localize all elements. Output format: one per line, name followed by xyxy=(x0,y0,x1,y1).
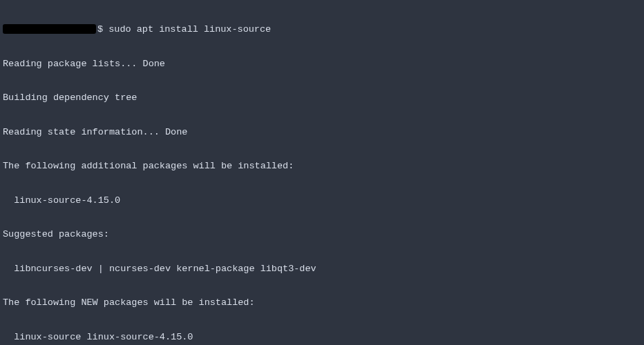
redacted-user-host xyxy=(3,24,96,34)
prompt-symbol: $ xyxy=(97,24,103,36)
command-text: sudo apt install linux-source xyxy=(108,24,271,36)
output-line: The following additional packages will b… xyxy=(3,161,641,172)
output-line: linux-source linux-source-4.15.0 xyxy=(3,332,641,344)
output-line: Reading state information... Done xyxy=(3,127,641,139)
output-line: Suggested packages: xyxy=(3,229,641,241)
output-line: Reading package lists... Done xyxy=(3,59,641,70)
output-line: linux-source-4.15.0 xyxy=(3,195,641,207)
output-line: Building dependency tree xyxy=(3,92,641,104)
output-line: libncurses-dev | ncurses-dev kernel-pack… xyxy=(3,264,641,275)
prompt-line: $ sudo apt install linux-source xyxy=(3,24,641,36)
terminal-output[interactable]: $ sudo apt install linux-source Reading … xyxy=(0,0,644,345)
output-line: The following NEW packages will be insta… xyxy=(3,297,641,309)
